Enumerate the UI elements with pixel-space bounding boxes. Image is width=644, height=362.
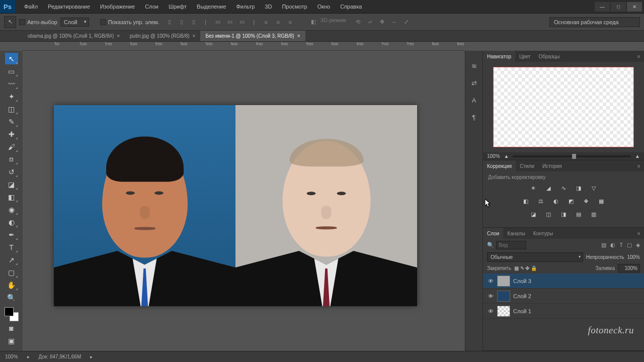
doc-tab-2[interactable]: Без имени-1 @ 100% (Слой 3, RGB/8)× [200,31,305,41]
paragraph-icon[interactable]: ¶ [469,112,479,122]
filter-smart-icon[interactable]: ◈ [636,242,640,248]
zoom-tool[interactable]: 🔍 [5,292,18,303]
opacity-value[interactable]: 100% [627,254,640,260]
menu-select[interactable]: Выделение [192,0,231,13]
show-transform-checkbox[interactable]: Показать упр. элем. [100,19,159,25]
close-button[interactable]: ✕ [627,2,642,12]
panel-menu-icon[interactable]: ≡ [634,228,644,239]
align-left-icon[interactable]: ▯ [165,17,175,27]
status-zoom[interactable]: 100% [5,354,18,359]
lock-pixels-icon[interactable]: ▦ [514,265,519,271]
shape-tool[interactable]: ▢ [5,266,18,278]
vibrance-icon[interactable]: ▽ [589,183,599,193]
panel-menu-icon[interactable]: ≡ [634,160,644,171]
brush-tool[interactable]: 🖌 [5,141,18,152]
tab-paths[interactable]: Контуры [529,228,557,239]
layer-thumbnail[interactable] [497,276,510,287]
navigator-preview[interactable] [493,67,634,147]
document-canvas[interactable] [54,105,417,306]
channel-mixer-icon[interactable]: ❖ [581,196,591,206]
menu-file[interactable]: Файл [19,0,43,13]
3d-pan-icon[interactable]: ✥ [377,17,387,27]
eyedropper-tool[interactable]: ✎ [5,116,18,127]
tab-channels[interactable]: Каналы [503,228,529,239]
zoom-in-icon[interactable]: ▲ [635,153,640,159]
status-doc-info[interactable]: Док: 847,9K/1,66M [39,354,82,359]
brightness-icon[interactable]: ☀ [528,183,538,193]
close-icon[interactable]: × [117,33,120,39]
filter-shape-icon[interactable]: ▢ [627,242,632,248]
invert-icon[interactable]: ◪ [528,209,538,219]
align-middle-icon[interactable]: ▭ [225,17,235,27]
tab-adjustments[interactable]: Коррекция [483,160,516,171]
blend-mode-select[interactable]: Обычные [487,252,583,262]
menu-3d[interactable]: 3D [260,0,277,13]
menu-view[interactable]: Просмотр [277,0,312,13]
tab-navigator[interactable]: Навигатор [483,51,515,62]
close-icon[interactable]: × [193,33,196,39]
navigator-zoom-slider[interactable] [513,155,631,157]
distribute-3-icon[interactable]: ≡ [285,17,295,27]
minimize-button[interactable]: — [595,2,610,12]
bw-icon[interactable]: ◐ [551,196,561,206]
tab-history[interactable]: История [538,160,566,171]
status-icon[interactable]: ▸ [27,354,30,359]
menu-help[interactable]: Справка [335,0,367,13]
distribute-h-icon[interactable]: ≡ [261,17,271,27]
doc-tab-0[interactable]: obama.jpg @ 100% (Слой 1, RGB/8#)× [23,31,125,41]
lock-all-icon[interactable]: 🔒 [531,265,537,271]
levels-icon[interactable]: ◢ [543,183,553,193]
align-bottom-icon[interactable]: ▭ [237,17,247,27]
dodge-tool[interactable]: ◐ [5,216,18,228]
layer-thumbnail[interactable] [497,291,510,302]
stamp-tool[interactable]: ⧈ [5,153,18,165]
exposure-icon[interactable]: ◨ [574,183,584,193]
blur-tool[interactable]: ◉ [5,204,18,215]
layer-row[interactable]: 👁 Слой 3 [483,274,644,289]
quickmask-button[interactable]: ◙ [5,322,18,334]
layer-row[interactable]: 👁 Слой 1 [483,304,644,319]
tab-layers[interactable]: Слои [483,228,503,239]
heal-tool[interactable]: ✚ [5,128,18,140]
menu-window[interactable]: Окно [312,0,336,13]
3d-slide-icon[interactable]: ↔ [389,17,399,27]
tab-styles[interactable]: Стили [516,160,538,171]
balance-icon[interactable]: ⚖ [536,196,546,206]
lock-brush-icon[interactable]: ✎ [520,265,524,271]
layer-filter-input[interactable] [496,241,526,249]
move-tool[interactable]: ↖ [5,53,18,64]
tab-color[interactable]: Цвет [515,51,534,62]
properties-icon[interactable]: ⇄ [469,78,479,88]
visibility-icon[interactable]: 👁 [487,278,494,284]
layer-row[interactable]: 👁 Слой 2 [483,289,644,304]
lock-position-icon[interactable]: ✥ [525,265,529,271]
history-icon[interactable]: ≋ [469,61,479,71]
layer-thumbnail[interactable] [497,306,510,317]
move-tool-icon[interactable]: ↖ [4,16,16,28]
menu-type[interactable]: Шрифт [164,0,192,13]
layer-name[interactable]: Слой 1 [513,308,531,314]
canvas-area[interactable] [23,51,465,351]
visibility-icon[interactable]: 👁 [487,308,494,314]
close-icon[interactable]: × [297,33,300,39]
3d-orbit-icon[interactable]: ⟲ [353,17,363,27]
ruler-horizontal[interactable]: 5010015020025030035040045050055060065070… [23,42,465,51]
pen-tool[interactable]: ✒ [5,229,18,240]
align-center-icon[interactable]: ▯ [177,17,187,27]
tab-swatches[interactable]: Образцы [534,51,564,62]
curves-icon[interactable]: ∿ [558,183,569,193]
menu-edit[interactable]: Редактирование [43,0,95,13]
marquee-tool[interactable]: ▭ [5,65,18,77]
doc-tab-1[interactable]: putin.jpg @ 100% (RGB/8)× [125,31,200,41]
type-tool[interactable]: T [5,241,18,253]
gradient-tool[interactable]: ◧ [5,191,18,203]
filter-pixel-icon[interactable]: ▧ [601,242,606,248]
hand-tool[interactable]: ✋ [5,279,18,291]
auto-select-checkbox[interactable]: Авто-выбор [19,19,57,25]
layer-name[interactable]: Слой 3 [513,278,531,284]
layer-name[interactable]: Слой 2 [513,293,531,299]
screenmode-button[interactable]: ▣ [5,335,18,346]
foreground-color[interactable] [5,307,14,316]
posterize-icon[interactable]: ◫ [543,209,553,219]
panel-menu-icon[interactable]: ≡ [634,51,644,62]
